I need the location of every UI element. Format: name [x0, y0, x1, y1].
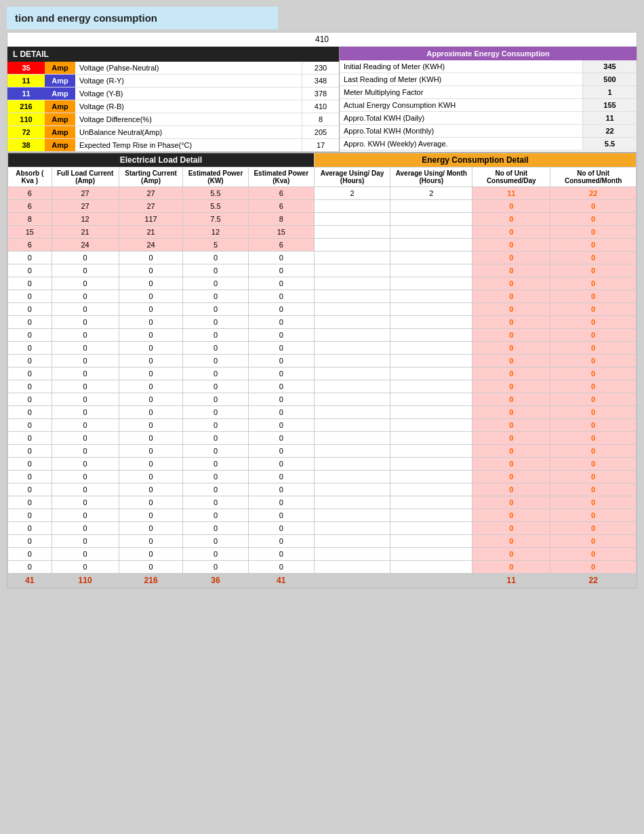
table-row: 0000000 — [8, 264, 637, 277]
cell-r29-c1: 0 — [52, 561, 119, 574]
cell-r0-c1: 27 — [52, 187, 119, 200]
cell-r6-c4: 0 — [248, 264, 314, 277]
cell-r10-c8: 0 — [550, 316, 637, 329]
electrical-row-2: 11 Amp Voltage (Y-B) 378 — [7, 87, 339, 100]
cell-r23-c8: 0 — [550, 483, 637, 496]
cell-r4-c3: 5 — [183, 239, 248, 252]
cell-r18-c1: 0 — [52, 419, 119, 432]
cell-r2-c5 — [314, 213, 390, 226]
cell-r27-c2: 0 — [119, 535, 183, 548]
table-row: 0000000 — [8, 496, 637, 509]
cell-r4-c6 — [390, 239, 472, 252]
cell-r11-c7: 0 — [472, 329, 550, 342]
cell-r18-c2: 0 — [119, 419, 183, 432]
cell-r5-c1: 0 — [52, 252, 119, 264]
cell-r10-c1: 0 — [52, 316, 119, 329]
cell-r5-c5 — [314, 252, 390, 264]
table-row: 0000000 — [8, 380, 637, 393]
load-table: Electrical Load Detail Energy Consumptio… — [7, 153, 637, 588]
cell-r21-c6 — [390, 458, 472, 471]
cell-r26-c3: 0 — [183, 522, 248, 535]
cell-r26-c8: 0 — [550, 522, 637, 535]
cell-r9-c1: 0 — [52, 303, 119, 316]
table-row: 0000000 — [8, 252, 637, 264]
table-row: 0000000 — [8, 548, 637, 561]
cell-r12-c3: 0 — [183, 342, 248, 355]
cell-r21-c4: 0 — [248, 458, 314, 471]
cell-r14-c8: 0 — [550, 368, 637, 380]
table-row: 627275.56221122 — [8, 187, 637, 200]
cell-r29-c2: 0 — [119, 561, 183, 574]
cell-r29-c6 — [390, 561, 472, 574]
cell-r3-c7: 0 — [472, 226, 550, 239]
cell-r1-c7: 0 — [472, 200, 550, 213]
cell-r9-c6 — [390, 303, 472, 316]
cell-r25-c4: 0 — [248, 509, 314, 522]
unit-label-5: Amp — [45, 126, 75, 138]
cell-r18-c3: 0 — [183, 419, 248, 432]
cell-r4-c8: 0 — [550, 239, 637, 252]
cell-r25-c1: 0 — [52, 509, 119, 522]
cell-r25-c0: 0 — [8, 509, 52, 522]
cell-r1-c4: 6 — [248, 200, 314, 213]
cell-r14-c7: 0 — [472, 368, 550, 380]
cell-r25-c3: 0 — [183, 509, 248, 522]
cell-r29-c7: 0 — [472, 561, 550, 574]
cell-r13-c3: 0 — [183, 355, 248, 368]
cell-r10-c6 — [390, 316, 472, 329]
cell-r1-c6 — [390, 200, 472, 213]
cell-r1-c3: 5.5 — [183, 200, 248, 213]
cell-r11-c2: 0 — [119, 329, 183, 342]
cell-r13-c4: 0 — [248, 355, 314, 368]
outer-wrapper: tion and energy consumption 410 L DETAIL… — [0, 0, 644, 834]
cell-r27-c3: 0 — [183, 535, 248, 548]
load-table-body: 627275.56221122627275.56008121177.580015… — [8, 187, 637, 588]
el-value-6: 17 — [302, 139, 339, 151]
footer-cell-c6 — [390, 574, 472, 588]
cell-r4-c0: 6 — [8, 239, 52, 252]
cell-r16-c5 — [314, 393, 390, 406]
cell-r23-c4: 0 — [248, 483, 314, 496]
cell-r11-c5 — [314, 329, 390, 342]
table-row: 0000000 — [8, 290, 637, 303]
cell-r27-c4: 0 — [248, 535, 314, 548]
cell-r26-c4: 0 — [248, 522, 314, 535]
cell-r20-c4: 0 — [248, 445, 314, 458]
cell-r6-c2: 0 — [119, 264, 183, 277]
cell-r14-c2: 0 — [119, 368, 183, 380]
table-row: 0000000 — [8, 342, 637, 355]
approx-row-3: Actual Energy Consumption KWH 155 — [340, 99, 637, 112]
approx-header: Approximate Energy Consumption — [340, 47, 637, 60]
cell-r15-c7: 0 — [472, 380, 550, 393]
cell-r15-c2: 0 — [119, 380, 183, 393]
approx-row-1: Last Reading of Meter (KWH) 500 — [340, 73, 637, 86]
cell-r23-c7: 0 — [472, 483, 550, 496]
approx-value-4: 11 — [582, 112, 637, 124]
cell-r6-c8: 0 — [550, 264, 637, 277]
cell-r7-c5 — [314, 277, 390, 290]
cell-r14-c1: 0 — [52, 368, 119, 380]
cell-r4-c2: 24 — [119, 239, 183, 252]
cell-r14-c3: 0 — [183, 368, 248, 380]
footer-row: 4111021636411122 — [8, 574, 637, 588]
cell-r15-c1: 0 — [52, 380, 119, 393]
approx-row-2: Meter Multiplying Factor 1 — [340, 86, 637, 99]
cell-r26-c0: 0 — [8, 522, 52, 535]
table-row: 0000000 — [8, 303, 637, 316]
cell-r15-c6 — [390, 380, 472, 393]
table-row: 0000000 — [8, 458, 637, 471]
col6-header: Average Using/ Day (Hours) — [314, 167, 390, 187]
cell-r19-c7: 0 — [472, 432, 550, 445]
cell-r17-c5 — [314, 406, 390, 419]
footer-cell-c4: 41 — [248, 574, 314, 588]
cell-r3-c5 — [314, 226, 390, 239]
cell-r1-c0: 6 — [8, 200, 52, 213]
cell-r19-c2: 0 — [119, 432, 183, 445]
cell-r25-c5 — [314, 509, 390, 522]
cell-r6-c5 — [314, 264, 390, 277]
cell-r20-c7: 0 — [472, 445, 550, 458]
approx-row-5: Appro.Total KWH (Monthly) 22 — [340, 125, 637, 138]
approx-label-2: Meter Multiplying Factor — [340, 86, 582, 98]
cell-r2-c8: 0 — [550, 213, 637, 226]
cell-r7-c4: 0 — [248, 277, 314, 290]
